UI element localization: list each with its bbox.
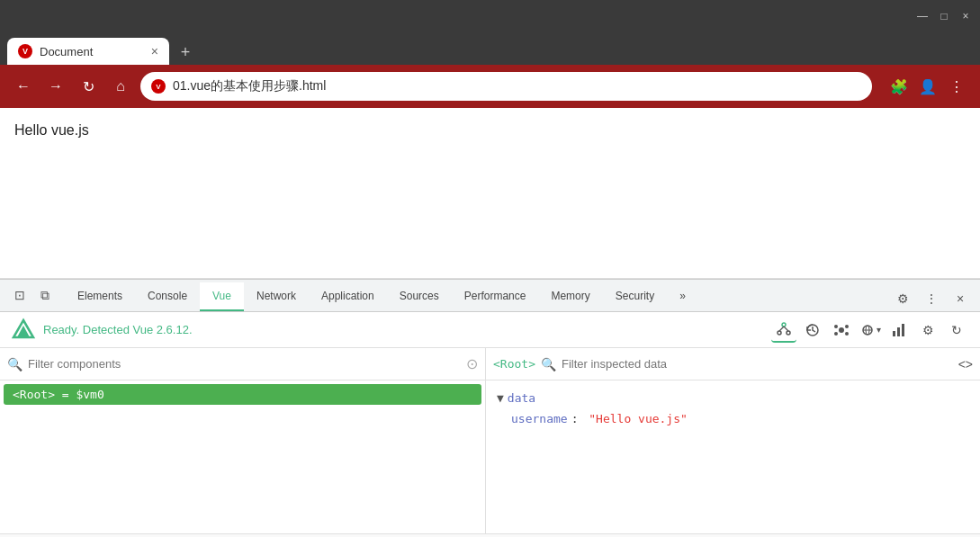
devtools-settings-icon[interactable]: ⚙	[890, 286, 915, 311]
svg-point-3	[778, 331, 781, 335]
tab-application[interactable]: Application	[309, 282, 387, 311]
tab-favicon: V	[18, 44, 32, 58]
back-button[interactable]: ←	[11, 74, 36, 99]
tab-close-icon[interactable]: ×	[151, 44, 158, 58]
svg-rect-16	[893, 331, 895, 336]
devtools-panel: ⊡ ⧉ Elements Console Vue Network Applica…	[0, 279, 980, 533]
spinner-icon: ⊙	[466, 355, 478, 372]
extension-icons: 🧩 👤 ⋮	[886, 74, 969, 99]
close-button[interactable]: ×	[958, 9, 973, 23]
left-panel: 🔍 ⊙ <Root> = $vm0	[0, 348, 486, 533]
profile-icon[interactable]: 👤	[915, 74, 940, 99]
vue-panel-header: Ready. Detected Vue 2.6.12.	[0, 312, 980, 348]
data-row-username: username : "Hello vue.js"	[511, 408, 969, 429]
menu-dots-icon[interactable]: ⋮	[944, 74, 969, 99]
reload-button[interactable]: ↻	[76, 74, 101, 99]
router-icon[interactable]: ▾	[858, 318, 883, 343]
minimize-button[interactable]: —	[915, 9, 930, 23]
devtools-right-icons: ⚙ ⋮ ×	[883, 286, 980, 311]
tab-memory[interactable]: Memory	[538, 282, 602, 311]
filter-components-input[interactable]	[28, 357, 461, 371]
history-icon[interactable]	[800, 318, 825, 343]
root-component-item[interactable]: <Root> = $vm0	[4, 384, 481, 405]
tab-network[interactable]: Network	[244, 282, 309, 311]
tab-bar: V Document × +	[0, 32, 980, 65]
tab-console[interactable]: Console	[135, 282, 200, 311]
browser-tab[interactable]: V Document ×	[7, 38, 169, 65]
tab-sources[interactable]: Sources	[387, 282, 452, 311]
footer: CSDN @黑马程序员官方	[0, 533, 980, 537]
data-colon: :	[571, 408, 586, 429]
tab-performance[interactable]: Performance	[452, 282, 539, 311]
data-area: ▼ data username : "Hello vue.js"	[486, 380, 980, 437]
tab-security[interactable]: Security	[603, 282, 667, 311]
extension-puzzle-icon[interactable]: 🧩	[886, 74, 912, 99]
devtools-body: 🔍 ⊙ <Root> = $vm0 <Root> 🔍 <> ▼ data	[0, 348, 980, 533]
inspector-filter-input[interactable]	[562, 357, 953, 371]
tab-elements[interactable]: Elements	[65, 282, 135, 311]
address-bar-row: ← → ↻ ⌂ V 01.vue的基本使用步骤.html 🧩 👤 ⋮	[0, 65, 980, 108]
svg-point-11	[834, 332, 838, 336]
maximize-button[interactable]: □	[937, 9, 951, 23]
tab-more[interactable]: »	[667, 282, 698, 311]
component-list: <Root> = $vm0	[0, 380, 485, 408]
vue-header-icons: ▾ ⚙ ↻	[771, 318, 969, 343]
vue-settings-icon[interactable]: ⚙	[915, 318, 940, 343]
right-panel: <Root> 🔍 <> ▼ data username : "Hello vue…	[486, 348, 980, 533]
new-tab-button[interactable]: +	[173, 40, 198, 65]
address-text: 01.vue的基本使用步骤.html	[173, 78, 326, 94]
device-toolbar-icon[interactable]: ⧉	[32, 282, 58, 308]
vue-logo	[11, 318, 36, 343]
hello-text: Hello vue.js	[14, 122, 89, 139]
svg-line-5	[779, 327, 784, 331]
inspector-header: <Root> 🔍 <>	[486, 348, 980, 380]
svg-point-4	[787, 331, 790, 335]
expand-collapse-icon[interactable]: <>	[958, 357, 973, 371]
svg-point-12	[845, 332, 849, 336]
devtools-close-icon[interactable]: ×	[948, 286, 973, 311]
data-row-data: ▼ data	[497, 388, 969, 408]
devtools-left-icons: ⊡ ⧉	[0, 279, 65, 311]
address-favicon: V	[151, 79, 166, 94]
inspect-element-icon[interactable]: ⊡	[7, 282, 32, 308]
devtools-menu-icon[interactable]: ⋮	[919, 286, 944, 311]
svg-rect-17	[897, 327, 900, 336]
tab-vue[interactable]: Vue	[200, 282, 244, 311]
forward-button[interactable]: →	[43, 74, 68, 99]
search-icon: 🔍	[7, 357, 22, 371]
svg-point-2	[782, 323, 786, 327]
expand-arrow[interactable]: ▼	[497, 388, 504, 408]
vuex-icon[interactable]	[829, 318, 854, 343]
address-box[interactable]: V 01.vue的基本使用步骤.html	[140, 72, 872, 101]
svg-line-6	[784, 327, 788, 331]
data-subkey: username	[511, 408, 568, 429]
performance-icon[interactable]	[886, 318, 912, 343]
data-value: "Hello vue.js"	[589, 408, 688, 429]
home-button[interactable]: ⌂	[108, 74, 133, 99]
inspector-search-icon: 🔍	[541, 357, 556, 371]
vue-ready-text: Ready. Detected Vue 2.6.12.	[43, 323, 193, 336]
svg-point-10	[845, 325, 849, 328]
data-indent: username : "Hello vue.js"	[497, 408, 969, 429]
devtools-tab-bar: ⊡ ⧉ Elements Console Vue Network Applica…	[0, 280, 980, 312]
refresh-icon[interactable]: ↻	[944, 318, 969, 343]
page-content: Hello vue.js	[0, 108, 980, 279]
svg-point-8	[839, 327, 844, 333]
inspector-root-tag: <Root>	[493, 357, 535, 371]
svg-point-9	[834, 325, 838, 328]
title-bar: — □ ×	[0, 0, 980, 32]
svg-rect-18	[902, 324, 904, 336]
data-key-data: data	[508, 388, 535, 408]
component-tree-icon[interactable]	[771, 318, 796, 343]
filter-row: 🔍 ⊙	[0, 348, 485, 380]
tab-title: Document	[40, 45, 93, 58]
